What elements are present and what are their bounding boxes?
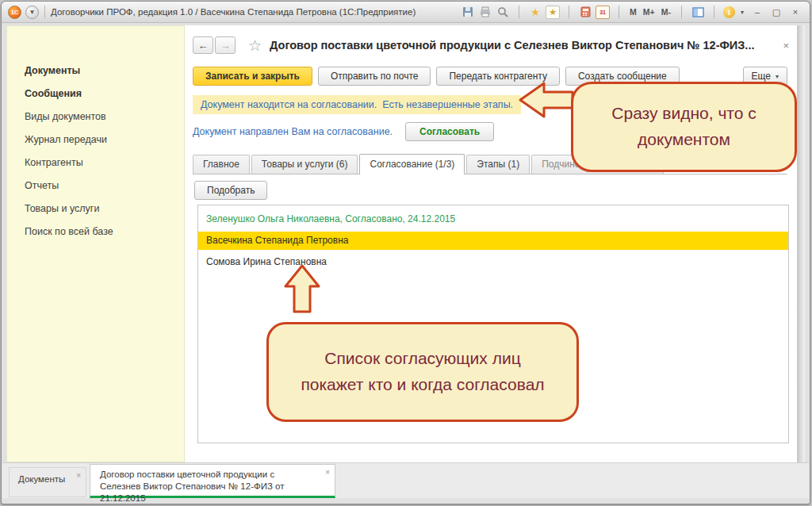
calculator-icon[interactable]: [578, 6, 592, 19]
approval-prompt-text: Документ направлен Вам на согласование.: [193, 126, 393, 137]
calendar-icon[interactable]: 31: [596, 6, 610, 19]
sidebar-item-reports[interactable]: Отчеты: [7, 174, 184, 197]
vertical-scrollbar[interactable]: [797, 25, 805, 462]
print-icon[interactable]: [478, 6, 492, 19]
sidebar-item-transfer-journal[interactable]: Журнал передачи: [7, 128, 184, 151]
split-window-icon[interactable]: [691, 6, 705, 19]
app-window: 1С ▾ Договорчики ПРОФ, редакция 1.0 / Ва…: [1, 1, 810, 504]
form-close-icon[interactable]: ×: [783, 40, 789, 52]
pick-button[interactable]: Подобрать: [194, 181, 267, 200]
titlebar-separator: [569, 6, 569, 18]
approver-row-approved[interactable]: Зеленушко Ольга Николаевна, Согласовано,…: [198, 210, 788, 228]
collapse-panel-button[interactable]: ▾: [25, 6, 39, 19]
titlebar-separator: [619, 6, 619, 18]
sidebar-item-search[interactable]: Поиск по всей базе: [7, 220, 184, 243]
sidebar-item-document-kinds[interactable]: Виды документов: [7, 105, 184, 128]
save-and-close-button[interactable]: Записать и закрыть: [193, 67, 312, 86]
send-by-mail-button[interactable]: Отправить по почте: [318, 67, 431, 86]
open-windows-bar: Документы × Договор поставки цветочной п…: [2, 462, 809, 498]
memory-m-button[interactable]: M: [628, 6, 638, 19]
minimize-button[interactable]: –: [749, 6, 765, 18]
favorite-star-icon[interactable]: ☆: [248, 36, 262, 55]
history-icon[interactable]: ★: [546, 6, 560, 19]
favorites-add-icon[interactable]: ★: [528, 6, 542, 19]
sidebar-item-messages[interactable]: Сообщения: [7, 82, 184, 105]
sidebar-item-counterparties[interactable]: Контрагенты: [7, 151, 184, 174]
callout-status-note: Сразу видно, что с документом: [571, 82, 797, 172]
titlebar-separator: [714, 6, 714, 18]
titlebar-separator: [44, 6, 45, 18]
taskbar-tab-documents[interactable]: Документы ×: [9, 467, 86, 497]
sidebar: Документы Сообщения Виды документов Журн…: [6, 25, 185, 462]
tab-approval[interactable]: Согласование (1/3): [359, 154, 465, 174]
save-icon[interactable]: [461, 6, 475, 19]
sidebar-item-documents[interactable]: Документы: [7, 59, 184, 82]
tab-close-icon[interactable]: ×: [76, 471, 81, 480]
callout-list-note: Список согласующих лиц покажет кто и ког…: [266, 322, 579, 422]
forward-button[interactable]: →: [215, 36, 236, 54]
info-dropdown-icon[interactable]: ▾: [738, 6, 746, 19]
memory-m-minus-button[interactable]: M-: [660, 6, 672, 19]
tab-close-icon[interactable]: ×: [325, 468, 330, 477]
form-header: ← → ☆ Договор поставки цветочной продукц…: [193, 35, 789, 56]
titlebar: 1С ▾ Договорчики ПРОФ, редакция 1.0 / Ва…: [2, 2, 810, 23]
preview-icon[interactable]: [496, 6, 510, 19]
callout-arrow-up-icon: [282, 263, 322, 314]
tab-goods-services[interactable]: Товары и услуги (6): [251, 155, 358, 174]
maximize-button[interactable]: ▢: [768, 6, 784, 18]
tab-stages[interactable]: Этапы (1): [466, 155, 530, 174]
approval-status-banner: Документ находится на согласовании. Есть…: [193, 95, 521, 114]
taskbar-tab-contract[interactable]: Договор поставки цветочной продукции с С…: [90, 464, 335, 498]
approver-row-selected[interactable]: Васечкина Степанида Петровна: [198, 232, 788, 250]
titlebar-separator: [519, 6, 519, 18]
callout-arrow-left-icon: [518, 81, 575, 119]
tab-main[interactable]: Главное: [193, 155, 250, 174]
more-button-label: Еще: [752, 71, 771, 82]
taskbar-tab-label: Документы: [18, 474, 65, 484]
chevron-down-icon: ▾: [776, 73, 779, 80]
approval-prompt-row: Документ направлен Вам на согласование. …: [193, 122, 494, 141]
document-title: Договор поставки цветочной продукции с С…: [270, 39, 776, 52]
memory-m-plus-button[interactable]: M+: [642, 6, 657, 19]
window-title: Договорчики ПРОФ, редакция 1.0 / Васечки…: [51, 7, 416, 17]
sidebar-menu: Документы Сообщения Виды документов Журн…: [7, 26, 184, 243]
approve-button[interactable]: Согласовать: [405, 122, 494, 141]
back-button[interactable]: ←: [193, 36, 213, 54]
info-icon[interactable]: i: [723, 6, 735, 18]
app-logo-icon[interactable]: 1С: [8, 6, 21, 19]
taskbar-tab-label: Договор поставки цветочной продукции с С…: [100, 469, 310, 504]
sidebar-item-goods-services[interactable]: Товары и услуги: [7, 197, 184, 220]
titlebar-tools: ★ ★ 31 M M+ M- i ▾ – ▢ ×: [461, 6, 803, 19]
titlebar-separator: [681, 6, 682, 18]
window-close-button[interactable]: ×: [787, 6, 803, 18]
